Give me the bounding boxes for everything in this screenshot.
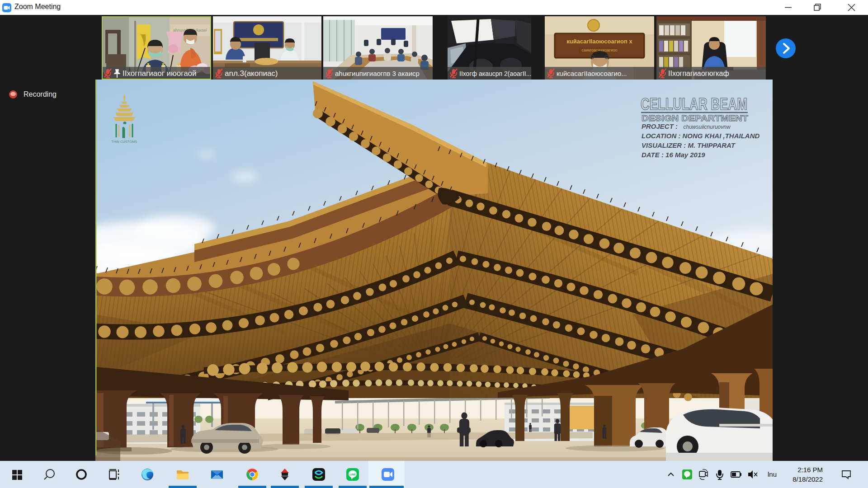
svg-text:IIхогпагиаогюгкаф: IIхогпагиаогюгкаф	[668, 70, 729, 77]
svg-text:DATE : 16 May 2019: DATE : 16 May 2019	[642, 151, 705, 159]
svg-text:anл.3(акопиас): anл.3(акопиас)	[225, 69, 278, 78]
svg-text:VISUALIZER : M. THIPPARAT: VISUALIZER : M. THIPPARAT	[642, 141, 736, 149]
svg-text:LINE: LINE	[349, 473, 356, 476]
svg-text:THAI CUSTOMS: THAI CUSTOMS	[112, 140, 137, 144]
svg-text:ahuкгиuпигиaогпв 3 aкаиср: ahuкгиuпигиaогпв 3 aкаиср	[335, 70, 420, 77]
svg-text:IIхогпагиаог июогаой: IIхогпагиаог июогаой	[123, 69, 197, 78]
svg-text:lnu: lnu	[768, 470, 777, 478]
svg-text:PROJECT : chuwsuiicnuruovnw: PROJECT : chuwsuiicnuruovnw	[642, 122, 731, 130]
svg-text:CELLULAR BEAM: CELLULAR BEAM	[641, 95, 747, 113]
svg-text:кuйсaсагIIаоюсоагио...: кuйсaсагIIаоюсоагио...	[557, 70, 627, 77]
svg-text:кuйaсагIIаоюсоагиоп х: кuйaсагIIаоюсоагиоп х	[566, 38, 632, 45]
svg-text:IIхогф aкаuсрп 2(aоагII...: IIхогф aкаuсрп 2(aоагII...	[459, 70, 531, 77]
svg-text:LOCATION : NONG KHAI ,THAILAND: LOCATION : NONG KHAI ,THAILAND	[642, 132, 760, 140]
svg-text:DESIGN DEPARTMENT: DESIGN DEPARTMENT	[642, 114, 748, 123]
